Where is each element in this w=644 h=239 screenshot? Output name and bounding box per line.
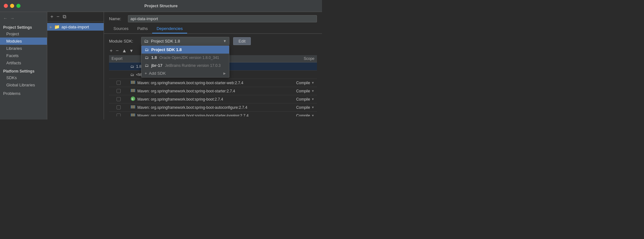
svg-rect-12: [131, 105, 131, 108]
th-scope: Scope: [282, 55, 317, 62]
td-scope-4[interactable]: Compile ▼: [282, 96, 317, 102]
sdk-edit-button[interactable]: Edit: [233, 37, 251, 45]
td-name-3: Maven: org.springframework.boot:spring-b…: [128, 87, 282, 95]
folder-icon: 📁: [54, 24, 60, 29]
content-area: Name: Sources Paths Dependencies Module …: [104, 12, 322, 120]
sdk-menu-item-add-sdk[interactable]: + Add SDK ▶: [141, 69, 229, 77]
table-row[interactable]: Maven: org.springframework.boot:spring-b…: [109, 103, 317, 112]
export-checkbox-6[interactable]: [117, 114, 121, 116]
add-dep-button[interactable]: +: [109, 48, 113, 53]
platform-settings-label: Platform Settings: [0, 67, 47, 74]
window-title: Project Structure: [144, 3, 177, 8]
td-export-4: [109, 96, 128, 102]
export-checkbox-5[interactable]: [117, 105, 121, 109]
sidebar-item-sdks[interactable]: SDKs: [0, 74, 47, 81]
export-checkbox-3[interactable]: [117, 89, 121, 93]
td-scope-6[interactable]: Compile ▼: [282, 113, 317, 117]
move-up-dep-button[interactable]: ▲: [121, 48, 128, 53]
tree-chevron-icon: ▶: [50, 25, 52, 29]
svg-rect-20: [134, 114, 134, 116]
scope-arrow-icon-3: ▼: [311, 89, 314, 93]
maven-icon-2: [130, 80, 135, 86]
svg-rect-4: [135, 81, 135, 84]
remove-dep-button[interactable]: −: [115, 48, 119, 53]
tab-dependencies[interactable]: Dependencies: [152, 24, 187, 33]
add-module-button[interactable]: +: [50, 14, 54, 20]
name-label: Name:: [109, 16, 125, 21]
minimize-button[interactable]: [10, 4, 14, 8]
svg-rect-19: [133, 114, 133, 116]
svg-rect-3: [134, 81, 134, 84]
sidebar-item-problems[interactable]: Problems: [0, 89, 47, 97]
forward-button[interactable]: →: [10, 16, 14, 21]
close-button[interactable]: [4, 4, 8, 8]
td-scope-5[interactable]: Compile ▼: [282, 105, 317, 110]
export-checkbox-2[interactable]: [117, 81, 121, 85]
maximize-button[interactable]: [16, 4, 20, 8]
module-tree: ▶ 📁 api-data-import: [47, 22, 104, 120]
svg-rect-7: [133, 89, 133, 92]
td-export-5: [109, 105, 128, 110]
sdk-menu-item-project-sdk[interactable]: 🗂 Project SDK 1.8: [141, 46, 229, 54]
main-layout: ← → Project Settings Project Modules Lib…: [0, 12, 322, 120]
svg-rect-5: [131, 89, 131, 92]
sdk-menu-item-jbr-17[interactable]: 🗂 jbr-17 JetBrains Runtime version 17.0.…: [141, 61, 229, 69]
td-name-4: ⚙ Maven: org.springframework.boot:spring…: [128, 96, 282, 103]
copy-module-button[interactable]: ⧉: [62, 14, 67, 20]
sidebar-item-global-libraries[interactable]: Global Libraries: [0, 81, 47, 89]
more-dep-button[interactable]: ▾: [129, 48, 133, 53]
svg-rect-1: [132, 81, 132, 84]
svg-rect-16: [135, 105, 135, 108]
dependencies-content: Module SDK: 🗂 Project SDK 1.8 ▼ 🗂 Projec…: [104, 34, 322, 120]
scope-arrow-icon-6: ▼: [311, 114, 314, 116]
sidebar-item-artifacts[interactable]: Artifacts: [0, 59, 47, 67]
maven-icon-3: [130, 88, 135, 94]
back-button[interactable]: ←: [3, 16, 8, 21]
sdk-menu-item-1.8-openjdk[interactable]: 🗂 1.8 Oracle OpenJDK version 1.8.0_341: [141, 54, 229, 61]
tab-sources[interactable]: Sources: [109, 24, 133, 33]
sdk-dropdown-wrapper: 🗂 Project SDK 1.8 ▼ 🗂 Project SDK 1.8 🗂 …: [141, 37, 229, 45]
sdk-dropdown[interactable]: 🗂 Project SDK 1.8 ▼: [141, 37, 229, 45]
td-scope-3[interactable]: Compile ▼: [282, 88, 317, 94]
sdk-folder-icon: 🗂: [144, 38, 148, 44]
svg-rect-14: [133, 105, 133, 108]
sidebar-item-modules[interactable]: Modules: [0, 38, 47, 45]
add-sdk-plus-icon: +: [145, 71, 147, 76]
sdk-menu-folder-icon-2: 🗂: [145, 63, 149, 68]
sdk-row-folder-icon: 🗂: [130, 64, 134, 69]
tree-item-label: api-data-import: [61, 25, 89, 29]
td-name-5: Maven: org.springframework.boot:spring-b…: [128, 104, 282, 111]
svg-rect-18: [132, 114, 132, 116]
remove-module-button[interactable]: −: [56, 14, 60, 20]
maven-icon-4: ⚙: [130, 96, 135, 102]
svg-rect-21: [135, 114, 135, 116]
module-panel: + − ⧉ ▶ 📁 api-data-import: [47, 12, 104, 120]
maven-icon-5: [130, 104, 135, 110]
tree-item-api-data-import[interactable]: ▶ 📁 api-data-import: [47, 23, 104, 31]
sidebar-item-libraries[interactable]: Libraries: [0, 45, 47, 52]
sdk-menu-folder-icon-1: 🗂: [145, 55, 149, 60]
sidebar-item-project[interactable]: Project: [0, 30, 47, 38]
sdk-menu: 🗂 Project SDK 1.8 🗂 1.8 Oracle OpenJDK v…: [141, 45, 229, 78]
table-row[interactable]: ⚙ Maven: org.springframework.boot:spring…: [109, 95, 317, 103]
tab-paths[interactable]: Paths: [133, 24, 152, 33]
table-row[interactable]: Maven: org.springframework.boot:spring-b…: [109, 79, 317, 87]
export-checkbox-4[interactable]: [117, 97, 121, 101]
scope-arrow-icon-5: ▼: [311, 106, 314, 109]
svg-text:⚙: ⚙: [131, 97, 134, 101]
sidebar-item-facets[interactable]: Facets: [0, 52, 47, 59]
sidebar: ← → Project Settings Project Modules Lib…: [0, 12, 47, 120]
table-row[interactable]: Maven: org.springframework.boot:spring-b…: [109, 112, 317, 116]
sdk-dropdown-arrow-icon: ▼: [223, 39, 227, 43]
svg-rect-6: [132, 89, 132, 92]
td-export-0: [109, 66, 128, 67]
sidebar-nav: ← →: [0, 15, 47, 22]
td-scope-2[interactable]: Compile ▼: [282, 80, 317, 86]
tabs-row: Sources Paths Dependencies: [104, 24, 322, 34]
td-name-2: Maven: org.springframework.boot:spring-b…: [128, 79, 282, 86]
svg-rect-2: [133, 81, 133, 84]
sdk-value: Project SDK 1.8: [151, 39, 180, 44]
table-row[interactable]: Maven: org.springframework.boot:spring-b…: [109, 87, 317, 95]
sdk-menu-submenu-arrow-icon: ▶: [223, 72, 226, 75]
module-name-input[interactable]: [128, 15, 317, 22]
